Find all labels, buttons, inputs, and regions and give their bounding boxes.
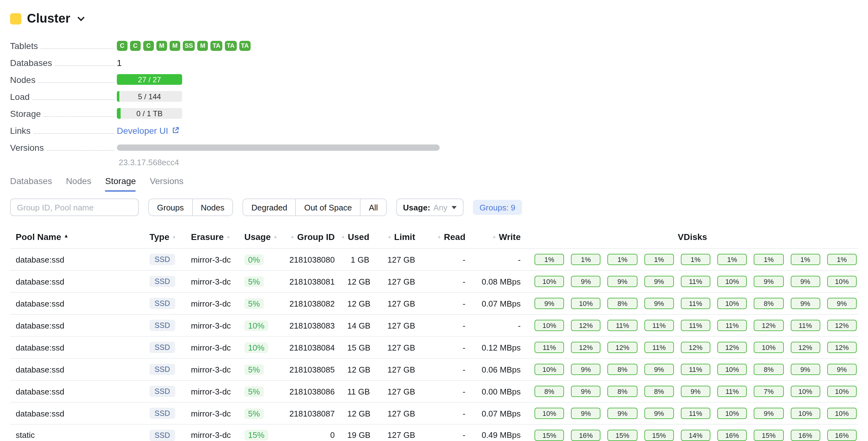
usage-filter-select[interactable]: Usage: Any — [396, 198, 464, 216]
vdisk-badge[interactable]: 9% — [790, 298, 820, 309]
column-header-group-id[interactable]: ▲Group ID — [282, 232, 341, 242]
tablet-badge-c[interactable]: C — [130, 40, 141, 51]
filter-all[interactable]: All — [360, 199, 386, 216]
developer-ui-link[interactable]: Developer UI — [117, 125, 179, 135]
vdisk-badge[interactable]: 1% — [571, 254, 600, 265]
vdisk-badge[interactable]: 10% — [790, 408, 820, 419]
vdisk-badge[interactable]: 12% — [681, 342, 710, 353]
vdisk-badge[interactable]: 10% — [534, 408, 564, 419]
vdisk-badge[interactable]: 15% — [754, 430, 783, 441]
vdisk-badge[interactable]: 1% — [681, 254, 710, 265]
vdisk-badge[interactable]: 10% — [827, 408, 857, 419]
vdisk-badge[interactable]: 11% — [534, 342, 564, 353]
vdisk-badge[interactable]: 12% — [827, 320, 857, 331]
vdisk-badge[interactable]: 9% — [790, 364, 820, 375]
vdisk-badge[interactable]: 16% — [790, 430, 820, 441]
tab-versions[interactable]: Versions — [150, 176, 183, 192]
vdisk-badge[interactable]: 9% — [571, 386, 600, 397]
column-header-used[interactable]: ▲Used — [341, 232, 376, 242]
vdisk-badge[interactable]: 9% — [827, 298, 857, 309]
vdisk-badge[interactable]: 9% — [571, 364, 600, 375]
vdisk-badge[interactable]: 9% — [644, 276, 674, 287]
tablet-badge-m[interactable]: M — [197, 40, 208, 51]
vdisk-badge[interactable]: 11% — [608, 320, 637, 331]
vdisk-badge[interactable]: 10% — [717, 276, 747, 287]
vdisk-badge[interactable]: 16% — [571, 430, 600, 441]
vdisk-badge[interactable]: 12% — [827, 342, 857, 353]
vdisk-badge[interactable]: 9% — [644, 364, 674, 375]
chevron-down-icon[interactable] — [77, 14, 85, 21]
tablet-badge-m[interactable]: M — [169, 40, 180, 51]
vdisk-badge[interactable]: 14% — [681, 430, 710, 441]
vdisk-badge[interactable]: 10% — [534, 320, 564, 331]
column-header-limit[interactable]: ▲Limit — [376, 232, 422, 242]
column-header-erasure[interactable]: Erasure▲ — [185, 232, 238, 242]
tab-nodes[interactable]: Nodes — [66, 176, 91, 192]
tablet-badge-m[interactable]: M — [156, 40, 167, 51]
vdisk-badge[interactable]: 12% — [754, 320, 783, 331]
vdisk-badge[interactable]: 1% — [827, 254, 857, 265]
vdisk-badge[interactable]: 9% — [608, 276, 637, 287]
tablet-badge-ta[interactable]: TA — [211, 40, 222, 51]
vdisk-badge[interactable]: 10% — [717, 364, 747, 375]
vdisk-badge[interactable]: 9% — [571, 408, 600, 419]
vdisk-badge[interactable]: 12% — [608, 342, 637, 353]
vdisk-badge[interactable]: 10% — [571, 298, 600, 309]
vdisk-badge[interactable]: 8% — [608, 386, 637, 397]
vdisk-badge[interactable]: 9% — [754, 276, 783, 287]
vdisk-badge[interactable]: 10% — [534, 276, 564, 287]
vdisk-badge[interactable]: 10% — [717, 298, 747, 309]
vdisk-badge[interactable]: 12% — [571, 342, 600, 353]
vdisk-badge[interactable]: 1% — [790, 254, 820, 265]
vdisk-badge[interactable]: 16% — [717, 430, 747, 441]
vdisk-badge[interactable]: 11% — [717, 320, 747, 331]
vdisk-badge[interactable]: 9% — [534, 298, 564, 309]
vdisk-badge[interactable]: 1% — [608, 254, 637, 265]
filter-degraded[interactable]: Degraded — [243, 199, 295, 216]
vdisk-badge[interactable]: 11% — [790, 320, 820, 331]
vdisk-badge[interactable]: 9% — [681, 386, 710, 397]
column-header-usage[interactable]: Usage▲ — [238, 232, 282, 242]
vdisk-badge[interactable]: 11% — [681, 320, 710, 331]
vdisk-badge[interactable]: 12% — [571, 320, 600, 331]
tablet-badge-c[interactable]: C — [143, 40, 154, 51]
vdisk-badge[interactable]: 10% — [827, 386, 857, 397]
vdisk-badge[interactable]: 9% — [827, 364, 857, 375]
filter-out-of-space[interactable]: Out of Space — [296, 199, 360, 216]
vdisk-badge[interactable]: 8% — [754, 298, 783, 309]
vdisk-badge[interactable]: 1% — [717, 254, 747, 265]
tab-databases[interactable]: Databases — [10, 176, 52, 192]
vdisk-badge[interactable]: 1% — [754, 254, 783, 265]
vdisk-badge[interactable]: 10% — [754, 342, 783, 353]
vdisk-badge[interactable]: 11% — [644, 320, 674, 331]
vdisk-badge[interactable]: 12% — [790, 342, 820, 353]
vdisk-badge[interactable]: 9% — [608, 408, 637, 419]
vdisk-badge[interactable]: 11% — [644, 342, 674, 353]
tablet-badge-ta[interactable]: TA — [239, 40, 251, 51]
column-header-write[interactable]: ▲Write — [472, 232, 527, 242]
vdisk-badge[interactable]: 8% — [608, 298, 637, 309]
vdisk-badge[interactable]: 11% — [681, 408, 710, 419]
vdisk-badge[interactable]: 11% — [681, 276, 710, 287]
vdisk-badge[interactable]: 10% — [534, 364, 564, 375]
vdisk-badge[interactable]: 9% — [644, 298, 674, 309]
vdisk-badge[interactable]: 15% — [644, 430, 674, 441]
vdisk-badge[interactable]: 8% — [644, 386, 674, 397]
column-header-read[interactable]: ▲Read — [422, 232, 472, 242]
vdisk-badge[interactable]: 1% — [534, 254, 564, 265]
tablet-badge-ta[interactable]: TA — [225, 40, 237, 51]
vdisk-badge[interactable]: 10% — [827, 276, 857, 287]
vdisk-badge[interactable]: 9% — [644, 408, 674, 419]
toggle-groups[interactable]: Groups — [149, 199, 192, 216]
column-header-pool-name[interactable]: Pool Name▲ — [10, 232, 143, 242]
vdisk-badge[interactable]: 11% — [681, 298, 710, 309]
vdisk-badge[interactable]: 9% — [790, 276, 820, 287]
vdisk-badge[interactable]: 10% — [717, 408, 747, 419]
vdisk-badge[interactable]: 15% — [534, 430, 564, 441]
tablet-badge-c[interactable]: C — [117, 40, 127, 51]
vdisk-badge[interactable]: 11% — [717, 386, 747, 397]
tablet-badge-ss[interactable]: SS — [183, 40, 195, 51]
vdisk-badge[interactable]: 15% — [608, 430, 637, 441]
vdisk-badge[interactable]: 16% — [827, 430, 857, 441]
vdisk-badge[interactable]: 11% — [681, 364, 710, 375]
